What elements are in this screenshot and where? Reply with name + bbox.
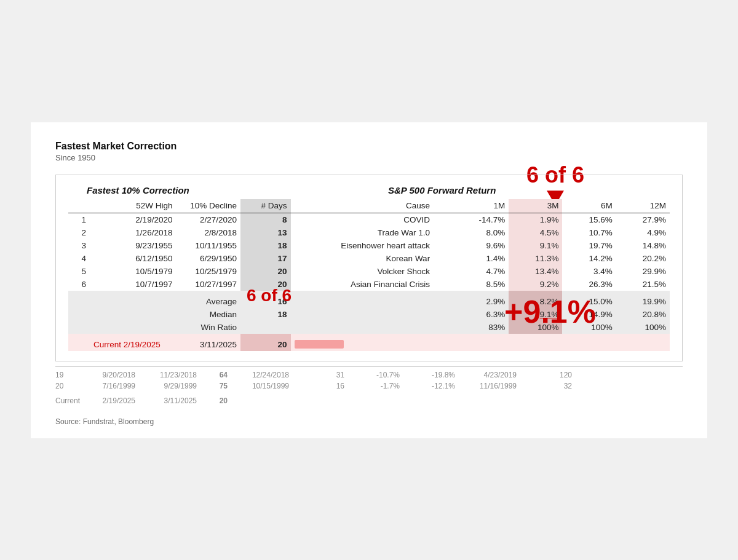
cell-12m: 20.2% xyxy=(616,252,670,265)
current-label: Current 2/19/2025 xyxy=(90,334,177,351)
cell-6m: 26.3% xyxy=(562,278,616,291)
col-header-52w: 52W High xyxy=(90,199,177,213)
table-row: 1 2/19/2020 2/27/2020 8 COVID -14.7% 1.9… xyxy=(68,213,670,226)
cell-10d: 2/8/2018 xyxy=(176,226,240,239)
table-row: 3 9/23/1955 10/11/1955 18 Eisenhower hea… xyxy=(68,239,670,252)
cell-num: 4 xyxy=(68,252,90,265)
extra-52w: 7/16/1999 xyxy=(80,382,135,390)
main-table-container: Fastest 10% Correction S&P 500 Forward R… xyxy=(55,175,683,361)
cell-cause: Volcker Shock xyxy=(291,265,434,278)
six-of-six-bottom-label: 6 of 6 xyxy=(247,286,292,305)
extra-cause: 12/24/2018 xyxy=(234,371,289,379)
extra-mdays: 16 xyxy=(295,382,344,390)
col-header-12m: 12M xyxy=(616,199,670,213)
current-extra-52w: 2/19/2025 xyxy=(80,396,135,405)
cell-days: 13 xyxy=(240,226,290,239)
stats-12m: 100% xyxy=(616,321,670,334)
extra-m3: -19.8% xyxy=(406,371,455,379)
extra-row: 20 7/16/1999 9/29/1999 75 10/15/1999 16 … xyxy=(55,381,683,392)
cell-days: 18 xyxy=(240,239,290,252)
stats-cause-empty xyxy=(291,308,434,321)
cell-num: 6 xyxy=(68,278,90,291)
cell-spacer xyxy=(434,278,455,291)
cell-10d: 6/29/1950 xyxy=(176,252,240,265)
col-header-1m: 1M xyxy=(455,199,509,213)
cell-spacer xyxy=(434,226,455,239)
current-row: Current 2/19/2025 3/11/2025 20 xyxy=(68,334,670,351)
cell-6m: 10.7% xyxy=(562,226,616,239)
current-extra-label: Current xyxy=(55,396,74,405)
cell-3m: 11.3% xyxy=(509,252,562,265)
cell-days: 17 xyxy=(240,252,290,265)
cell-12m: 4.9% xyxy=(616,226,670,239)
section-headers: Fastest 10% Correction S&P 500 Forward R… xyxy=(68,185,670,195)
stats-label: Average xyxy=(90,291,240,308)
cell-52w: 1/26/2018 xyxy=(90,226,177,239)
main-title: Fastest Market Correction xyxy=(55,141,683,152)
col-header-10d: 10% Decline xyxy=(176,199,240,213)
col-header-cause: Cause xyxy=(291,199,434,213)
cell-10d: 10/11/1955 xyxy=(176,239,240,252)
current-3m xyxy=(509,334,562,351)
cell-spacer xyxy=(434,239,455,252)
col-header-6m: 6M xyxy=(562,199,616,213)
col-header-3m: 3M xyxy=(509,199,562,213)
cell-spacer xyxy=(434,213,455,226)
stats-12m: 20.8% xyxy=(616,308,670,321)
extra-m1: -1.7% xyxy=(351,382,400,390)
col-header-num xyxy=(68,199,90,213)
cell-spacer xyxy=(434,252,455,265)
cell-52w: 10/5/1979 xyxy=(90,265,177,278)
source-text: Source: Fundstrat, Bloomberg xyxy=(55,417,683,426)
current-extra-days: 20 xyxy=(203,396,228,405)
current-bar xyxy=(291,334,434,351)
cell-cause: Trade War 1.0 xyxy=(291,226,434,239)
cell-12m: 21.5% xyxy=(616,278,670,291)
extra-m3: -12.1% xyxy=(406,382,455,390)
cell-10d: 10/25/1979 xyxy=(176,265,240,278)
cell-cause: Eisenhower heart attack xyxy=(291,239,434,252)
cell-3m: 4.5% xyxy=(509,226,562,239)
extra-days: 75 xyxy=(203,382,228,390)
current-spacer xyxy=(434,334,455,351)
table-row: 4 6/12/1950 6/29/1950 17 Korean War 1.4%… xyxy=(68,252,670,265)
cell-cause: COVID xyxy=(291,213,434,226)
current-6m xyxy=(562,334,616,351)
stats-label: Win Ratio xyxy=(90,321,240,334)
extra-num: 19 xyxy=(55,371,74,379)
stats-1m: 2.9% xyxy=(455,291,509,308)
current-extra-10d: 3/11/2025 xyxy=(141,396,197,405)
cell-days: 8 xyxy=(240,213,290,226)
stats-1m: 83% xyxy=(455,321,509,334)
col-header-days: # Days xyxy=(240,199,290,213)
extra-m6: 120 xyxy=(523,371,572,379)
extra-m6-date: 4/23/2019 xyxy=(461,371,517,379)
extra-m1: -10.7% xyxy=(351,371,400,379)
cell-num: 5 xyxy=(68,265,90,278)
stats-days: 18 xyxy=(240,308,290,321)
big-return-value: +9.1% xyxy=(504,293,596,330)
cell-6m: 3.4% xyxy=(562,265,616,278)
cell-num: 3 xyxy=(68,239,90,252)
cell-spacer xyxy=(434,265,455,278)
stats-12m: 19.9% xyxy=(616,291,670,308)
cell-cause: Asian Financial Crisis xyxy=(291,278,434,291)
cell-10d: 10/27/1997 xyxy=(176,278,240,291)
cell-cause: Korean War xyxy=(291,252,434,265)
table-header-row: 52W High 10% Decline # Days Cause 1M 3M … xyxy=(68,199,670,213)
stats-cause-empty xyxy=(291,291,434,308)
cell-1m: 1.4% xyxy=(455,252,509,265)
cell-52w: 9/23/1955 xyxy=(90,239,177,252)
sp500-section-header: S&P 500 Forward Return xyxy=(363,185,670,195)
current-decline: 3/11/2025 xyxy=(176,334,240,351)
extra-10d: 11/23/2018 xyxy=(141,371,197,379)
extra-cause: 10/15/1999 xyxy=(234,382,289,390)
table-row: 5 10/5/1979 10/25/1979 20 Volcker Shock … xyxy=(68,265,670,278)
cell-12m: 14.8% xyxy=(616,239,670,252)
stats-spacer xyxy=(434,308,455,321)
six-of-six-bottom-annotation: 6 of 6 xyxy=(247,286,292,306)
table-row: 2 1/26/2018 2/8/2018 13 Trade War 1.0 8.… xyxy=(68,226,670,239)
stats-cause-empty xyxy=(291,321,434,334)
stats-1m: 6.3% xyxy=(455,308,509,321)
cell-6m: 14.2% xyxy=(562,252,616,265)
